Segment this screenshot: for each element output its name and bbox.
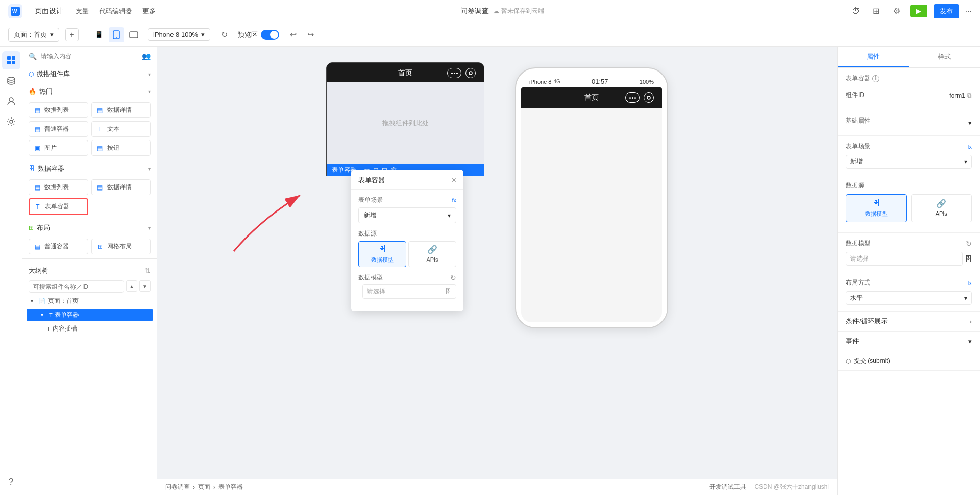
hot-arrow: ▾: [148, 89, 151, 95]
comp-text[interactable]: T 文本: [91, 121, 151, 137]
right-datasource-tabs: 🗄 数据模型 🔗 APIs: [846, 194, 972, 222]
comp-form-container[interactable]: T 表单容器: [29, 198, 88, 215]
outline-down-button[interactable]: ▼: [139, 280, 151, 292]
outline-sort-icon[interactable]: ⇅: [144, 267, 151, 275]
right-link-icon: 🔗: [936, 199, 946, 208]
canvas: 首页 拖拽组件到此处: [157, 47, 837, 495]
mobile-device-button[interactable]: 📱: [91, 27, 107, 42]
right-form-scene-select[interactable]: 新增 ▾: [846, 155, 972, 169]
tab-property[interactable]: 属性: [838, 47, 909, 67]
comp-data-detail[interactable]: ▤ 数据详情: [91, 179, 151, 195]
select-chevron-icon: ▾: [448, 212, 451, 219]
comp-container[interactable]: ▤ 普通容器: [29, 121, 88, 137]
micro-components-header[interactable]: ⬡ 微搭组件库 ▾: [22, 65, 157, 83]
svg-rect-6: [12, 56, 15, 60]
popup-form-scene-select[interactable]: 新增 ▾: [358, 207, 456, 223]
comp-datadetail[interactable]: ▤ 数据详情: [91, 102, 151, 118]
top-nav: W 页面设计 支量 代码编辑器 更多 问卷调查 ☁ 暂未保存到云端 ⏱ ⊞ ⚙ …: [0, 0, 980, 22]
components-icon[interactable]: [2, 51, 20, 69]
popup-model-select[interactable]: 请选择 🗄: [362, 284, 456, 299]
comp-button[interactable]: ▤ 按钮: [91, 140, 151, 156]
settings-icon[interactable]: ⚙: [890, 4, 904, 18]
time-icon[interactable]: ⏱: [849, 4, 863, 18]
popup-card: 表单容器 × 表单场景 fx 新增 ▾: [351, 170, 463, 311]
save-status: ☁ 暂未保存到云端: [493, 7, 544, 15]
user-icon[interactable]: [2, 92, 20, 110]
right-model-input[interactable]: 请选择: [846, 252, 963, 266]
right-model-refresh-button[interactable]: ↻: [966, 240, 972, 248]
refresh-button[interactable]: ↻: [216, 27, 232, 42]
right-fx-button[interactable]: fx: [967, 144, 972, 150]
preview-toggle: 预览区: [238, 30, 279, 40]
phone-bottom: [521, 312, 662, 322]
publish-button[interactable]: 发布: [934, 4, 959, 18]
outline-search-input[interactable]: [29, 280, 124, 293]
right-layout-select[interactable]: 水平 ▾: [846, 291, 972, 305]
devtools-button[interactable]: 开发调试工具: [709, 483, 746, 491]
comp-grid-layout[interactable]: ⊞ 网格布局: [91, 239, 151, 254]
undo-button[interactable]: ↩: [285, 27, 301, 42]
data-icon[interactable]: [2, 72, 20, 90]
page-selector[interactable]: 页面：首页 ▾: [8, 28, 59, 42]
right-apis-tab[interactable]: 🔗 APIs: [911, 194, 972, 222]
right-condition-item[interactable]: 条件/循环展示 ›: [838, 312, 980, 332]
phone-status-bar: iPhone 8 4G 01:57 100%: [521, 74, 662, 87]
fx-button[interactable]: fx: [452, 197, 456, 203]
outline-section: 大纲树 ⇅ ▲ ▼ ▾ 📄 页面：首页 ▾ T 表单容器 T 内容插槽: [22, 258, 157, 339]
page-icon: 📄: [39, 298, 46, 304]
right-data-model-tab[interactable]: 🗄 数据模型: [846, 194, 907, 222]
tab-style[interactable]: 样式: [909, 47, 981, 67]
popup-close-button[interactable]: ×: [452, 176, 456, 185]
bottom-bar: 问卷调查 › 页面 › 表单容器 开发调试工具 CSDN @张六十zhangli…: [157, 479, 837, 495]
main-layout: ? 🔍 👥 ⬡ 微搭组件库 ▾ 🔥 热门: [0, 47, 980, 495]
basic-props-header[interactable]: 基础属性 ▾: [846, 116, 972, 129]
preview-switch[interactable]: [261, 30, 279, 40]
layout-section-header[interactable]: ⊞ 布局 ▾: [22, 219, 157, 237]
run-button[interactable]: ▶: [910, 5, 927, 17]
sidebar-search: 🔍 👥: [22, 47, 157, 65]
hot-section-header[interactable]: 🔥 热门 ▾: [22, 83, 157, 100]
event-chevron-icon: ▾: [968, 338, 972, 345]
canvas-inner: 首页 拖拽组件到此处: [157, 47, 837, 479]
outline-up-button[interactable]: ▲: [126, 280, 137, 292]
popup-model-refresh-icon[interactable]: ↻: [450, 274, 456, 282]
menu-more[interactable]: 更多: [142, 7, 156, 16]
menu-zhiliang[interactable]: 支量: [76, 7, 89, 16]
help-icon[interactable]: ?: [2, 473, 20, 491]
layout-icon[interactable]: ⊞: [869, 4, 884, 18]
right-event-item[interactable]: 事件 ▾: [838, 332, 980, 351]
popup-apis-tab[interactable]: 🔗 APIs: [408, 241, 456, 267]
tree-item-slot[interactable]: T 内容插槽: [22, 322, 157, 335]
copy-id-button[interactable]: ⧉: [967, 92, 972, 99]
right-layout-fx-button[interactable]: fx: [967, 280, 972, 286]
svg-point-9: [8, 77, 15, 80]
menu-codeeditor[interactable]: 代码编辑器: [99, 7, 132, 16]
tablet-device-button[interactable]: [126, 27, 141, 42]
popup-model-field: 数据模型 ↻ 请选择 🗄: [358, 273, 456, 299]
tree-item-page[interactable]: ▾ 📄 页面：首页: [22, 295, 157, 308]
add-page-button[interactable]: +: [65, 28, 79, 41]
comp-data-list[interactable]: ▤ 数据列表: [29, 179, 88, 195]
data-section-header[interactable]: 🗄 数据容器 ▾: [22, 160, 157, 177]
search-input[interactable]: [41, 53, 138, 60]
nav-more-button[interactable]: ···: [965, 7, 972, 16]
popup-header: 表单容器 ×: [351, 170, 463, 190]
popup-data-model-tab[interactable]: 🗄 数据模型: [358, 241, 406, 267]
right-datasource-label-row: 数据源: [846, 181, 972, 190]
comp-datalist[interactable]: ▤ 数据列表: [29, 102, 88, 118]
phone-device-button[interactable]: [109, 27, 124, 42]
right-model-label-row: 数据模型 ↻: [846, 239, 972, 248]
database-icon: 🗄: [378, 245, 386, 254]
right-component-id-row: 组件ID form1 ⧉: [846, 91, 972, 100]
phone-canvas-area[interactable]: 拖拽组件到此处: [327, 82, 484, 164]
redo-button[interactable]: ↪: [303, 27, 318, 42]
right-layout-label-row: 布局方式 fx: [846, 278, 972, 287]
iphone-selector[interactable]: iPhone 8 100% ▾: [148, 28, 210, 41]
tree-item-form[interactable]: ▾ T 表单容器: [27, 309, 153, 321]
phone-more-icon: [447, 68, 461, 78]
popup-model-row: 数据模型 ↻: [358, 273, 456, 282]
settings-icon[interactable]: [2, 112, 20, 131]
datadetail-icon: ▤: [96, 106, 104, 114]
comp-image[interactable]: ▣ 图片: [29, 140, 88, 156]
comp-plain-container[interactable]: ▤ 普通容器: [29, 239, 88, 254]
